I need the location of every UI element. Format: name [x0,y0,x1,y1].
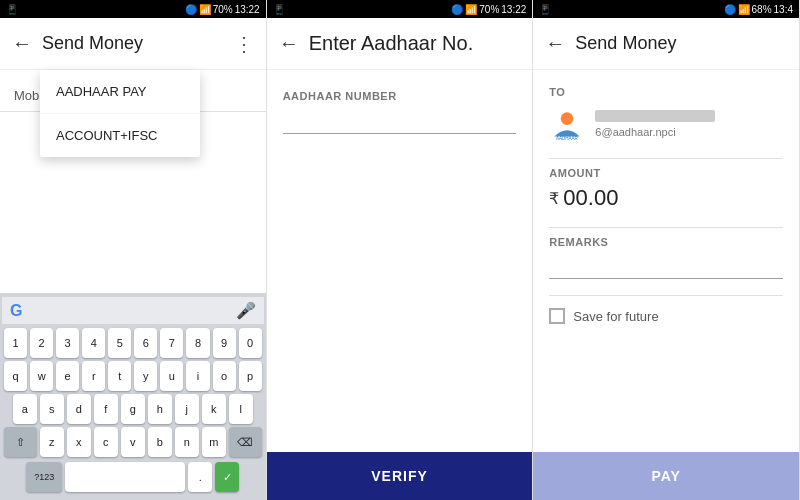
phone-icon-1: 📱 [6,4,18,15]
header-3: ← Send Money [533,18,799,70]
key-j[interactable]: j [175,394,199,424]
page-title-1: Send Money [42,33,234,54]
aadhaar-number-label: AADHAAR NUMBER [283,90,517,102]
key-o[interactable]: o [213,361,236,391]
divider-3 [549,295,783,296]
remarks-section: REMARKS [549,236,783,279]
key-c[interactable]: c [94,427,118,457]
signal-icon-2: 📶 [465,4,477,15]
battery-2: 70% [479,4,499,15]
key-2[interactable]: 2 [30,328,53,358]
keyboard-zxcv-row: ⇧ z x c v b n m ⌫ [4,427,262,457]
dropdown-item-aadhaar-pay[interactable]: AADHAAR PAY [40,70,200,114]
remarks-label: REMARKS [549,236,783,248]
to-label: TO [549,86,783,98]
back-button-2[interactable]: ← [279,32,299,55]
keyboard-bottom-row: ?123 . ✓ [4,460,262,494]
panel-send-money-2: 📱 🔵 📶 68% 13:4 ← Send Money TO [533,0,800,500]
keyboard-top-bar: G 🎤 [2,297,264,324]
divider-2 [549,227,783,228]
key-g[interactable]: g [121,394,145,424]
microphone-icon[interactable]: 🎤 [236,301,256,320]
key-i[interactable]: i [186,361,209,391]
panel3-content: TO AADHAAR 6@aadhaar.npci [533,70,799,500]
key-u[interactable]: u [160,361,183,391]
key-s[interactable]: s [40,394,64,424]
status-bar-2: 📱 🔵 📶 70% 13:22 [267,0,533,18]
signal-icon-1: 📶 [199,4,211,15]
divider-1 [549,158,783,159]
key-d[interactable]: d [67,394,91,424]
header-1: ← Send Money ⋮ [0,18,266,70]
panel-aadhaar: 📱 🔵 📶 70% 13:22 ← Enter Aadhaar No. AADH… [267,0,534,500]
back-button-3[interactable]: ← [545,32,565,55]
key-5[interactable]: 5 [108,328,131,358]
key-x[interactable]: x [67,427,91,457]
aadhaar-number-input[interactable] [283,108,517,134]
dropdown-menu: AADHAAR PAY ACCOUNT+IFSC [40,70,200,157]
key-space[interactable] [65,462,185,492]
svg-point-1 [561,112,574,125]
key-8[interactable]: 8 [186,328,209,358]
rupee-symbol: ₹ [549,189,559,208]
key-f[interactable]: f [94,394,118,424]
key-n[interactable]: n [175,427,199,457]
key-v[interactable]: v [121,427,145,457]
verify-button[interactable]: VERIFY [267,452,533,500]
save-future-checkbox[interactable] [549,308,565,324]
status-left-2: 📱 [273,4,285,15]
key-shift[interactable]: ⇧ [4,427,37,457]
amount-value: 00.00 [563,185,618,211]
phone-icon-2: 📱 [273,4,285,15]
recipient-info: 6@aadhaar.npci [595,110,783,138]
key-y[interactable]: y [134,361,157,391]
amount-row: ₹ 00.00 [549,185,783,211]
key-h[interactable]: h [148,394,172,424]
key-k[interactable]: k [202,394,226,424]
phone-icon-3: 📱 [539,4,551,15]
key-w[interactable]: w [30,361,53,391]
back-button-1[interactable]: ← [12,32,32,55]
key-num[interactable]: ?123 [26,462,62,492]
keyboard: G 🎤 1 2 3 4 5 6 7 8 9 0 q w e r [0,293,266,500]
key-6[interactable]: 6 [134,328,157,358]
more-options-button-1[interactable]: ⋮ [234,32,254,56]
signal-icon-3: 📶 [738,4,750,15]
save-future-label: Save for future [573,309,658,324]
key-r[interactable]: r [82,361,105,391]
keyboard-qwerty-row: q w e r t y u i o p [4,361,262,391]
key-t[interactable]: t [108,361,131,391]
key-l[interactable]: l [229,394,253,424]
key-z[interactable]: z [40,427,64,457]
panel-send-money-1: 📱 🔵 📶 70% 13:22 ← Send Money ⋮ Mobile/Pa… [0,0,267,500]
pay-button[interactable]: PAY [533,452,799,500]
time-1: 13:22 [235,4,260,15]
to-section: TO AADHAAR 6@aadhaar.npci [549,86,783,142]
save-future-row: Save for future [549,308,783,324]
amount-label: AMOUNT [549,167,783,179]
aadhaar-logo: AADHAAR [549,106,585,142]
key-b[interactable]: b [148,427,172,457]
key-a[interactable]: a [13,394,37,424]
key-4[interactable]: 4 [82,328,105,358]
key-backspace[interactable]: ⌫ [229,427,262,457]
key-0[interactable]: 0 [239,328,262,358]
key-1[interactable]: 1 [4,328,27,358]
panel1-content: Mobile/Payment A AADHAAR PAY ACCOUNT+IFS… [0,70,266,122]
keyboard-number-row: 1 2 3 4 5 6 7 8 9 0 [4,328,262,358]
remarks-input[interactable] [549,254,783,279]
key-m[interactable]: m [202,427,226,457]
key-enter[interactable]: ✓ [215,462,239,492]
key-dot[interactable]: . [188,462,212,492]
key-e[interactable]: e [56,361,79,391]
key-p[interactable]: p [239,361,262,391]
key-q[interactable]: q [4,361,27,391]
bluetooth-icon-3: 🔵 [724,4,736,15]
amount-section: AMOUNT ₹ 00.00 [549,167,783,211]
key-7[interactable]: 7 [160,328,183,358]
key-9[interactable]: 9 [213,328,236,358]
dropdown-item-account-ifsc[interactable]: ACCOUNT+IFSC [40,114,200,157]
key-3[interactable]: 3 [56,328,79,358]
recipient-row: AADHAAR 6@aadhaar.npci [549,106,783,142]
page-title-2: Enter Aadhaar No. [309,32,521,55]
